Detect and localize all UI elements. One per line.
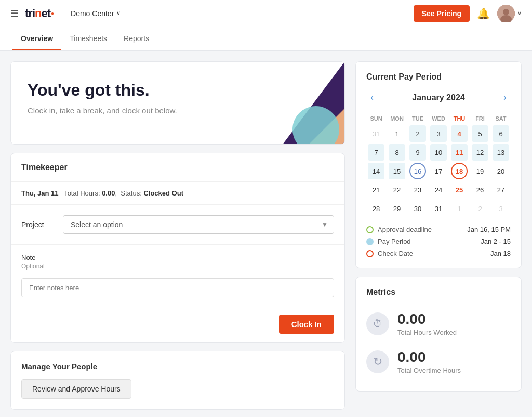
cal-day[interactable]: 17 [430, 163, 447, 179]
cal-day[interactable]: 1 [389, 125, 405, 142]
metric-hours-value: 0.00 [397, 311, 457, 328]
legend-label-pay: Pay Period [378, 238, 411, 245]
note-input[interactable] [21, 278, 334, 297]
legend-check: Check Date Jan 18 [366, 250, 511, 257]
cal-header-sun: SUN [366, 113, 386, 124]
legend-date-check: Jan 18 [490, 250, 511, 257]
legend-date-approval: Jan 16, 15 PM [467, 226, 511, 233]
cal-day[interactable]: 2 [409, 125, 426, 142]
metric-overtime-value: 0.00 [397, 349, 461, 366]
cal-day[interactable]: 20 [493, 163, 509, 179]
timekeeper-status: Thu, Jan 11 Total Hours: 0.00, Status: C… [11, 182, 344, 205]
svg-point-1 [503, 9, 509, 15]
tab-reports[interactable]: Reports [115, 27, 157, 50]
timekeeper-title: Timekeeper [21, 163, 334, 172]
cal-day[interactable]: 31 [368, 125, 384, 142]
cal-day[interactable]: 28 [368, 200, 384, 217]
cal-day[interactable]: 24 [430, 181, 447, 198]
calendar-next-button[interactable]: › [499, 90, 511, 105]
cal-day[interactable]: 1 [451, 200, 468, 217]
cal-day[interactable]: 12 [472, 144, 488, 161]
cal-day[interactable]: 3 [493, 200, 509, 217]
legend-pay: Pay Period Jan 2 - 15 [366, 238, 511, 245]
status-hours-value: 0.00 [102, 189, 115, 197]
cal-day[interactable]: 5 [472, 125, 488, 142]
demo-center-menu[interactable]: Demo Center ∨ [71, 9, 121, 18]
metrics-card: Metrics ⏱ 0.00 Total Hours Worked ↻ 0.00… [355, 277, 522, 392]
see-pricing-button[interactable]: See Pricing [414, 5, 470, 22]
right-panel: Current Pay Period ‹ January 2024 › SUN … [355, 61, 522, 410]
review-approve-button[interactable]: Review and Approve Hours [21, 379, 131, 399]
cal-day[interactable]: 3 [430, 125, 447, 142]
user-avatar-wrapper[interactable]: ∨ [497, 5, 522, 22]
tab-timesheets[interactable]: Timesheets [61, 27, 115, 50]
calendar-grid: SUN MON TUE WED THU FRI SAT 311234567891… [366, 113, 511, 217]
legend-dot-check [366, 250, 374, 257]
hero-card: You've got this. Clock in, take a break,… [10, 61, 345, 145]
metric-overtime-label: Total Overtime Hours [397, 367, 461, 374]
status-hours-label: Total Hours: [64, 189, 100, 197]
demo-center-label: Demo Center [71, 9, 114, 18]
cal-day[interactable]: 23 [409, 181, 426, 198]
bell-icon[interactable]: 🔔 [477, 7, 490, 20]
metrics-title: Metrics [366, 288, 511, 297]
legend-dot-approval [366, 226, 374, 233]
manage-title: Manage Your People [21, 362, 334, 371]
cal-header-wed: WED [429, 113, 448, 124]
cal-day[interactable]: 30 [409, 200, 426, 217]
cal-day[interactable]: 18 [451, 163, 468, 179]
legend-label-check: Check Date [378, 250, 413, 257]
cal-day[interactable]: 6 [493, 125, 509, 142]
cal-day[interactable]: 7 [368, 144, 384, 161]
cal-day[interactable]: 10 [430, 144, 447, 161]
cal-day[interactable]: 11 [451, 144, 468, 161]
cal-header-fri: FRI [470, 113, 490, 124]
cal-day[interactable]: 22 [389, 181, 405, 198]
clock-in-section: Clock In [11, 306, 344, 342]
cal-day[interactable]: 31 [430, 200, 447, 217]
header-right: See Pricing 🔔 ∨ [414, 5, 522, 22]
metric-overtime-data: 0.00 Total Overtime Hours [397, 349, 461, 374]
nav-tabs: Overview Timesheets Reports [0, 27, 532, 51]
cal-day[interactable]: 8 [389, 144, 405, 161]
project-label: Project [21, 220, 52, 229]
metric-hours-label: Total Hours Worked [397, 329, 457, 336]
left-panel: You've got this. Clock in, take a break,… [10, 61, 345, 410]
cal-day[interactable]: 29 [389, 200, 405, 217]
calendar-month: January 2024 [412, 93, 464, 102]
cal-day[interactable]: 19 [472, 163, 488, 179]
cal-day[interactable]: 26 [472, 181, 488, 198]
project-select-wrapper: Select an option ▼ [63, 215, 334, 234]
cal-day[interactable]: 16 [409, 163, 426, 179]
status-day: Thu, Jan 11 [21, 189, 59, 197]
cal-day[interactable]: 27 [493, 181, 509, 198]
calendar-prev-button[interactable]: ‹ [366, 90, 378, 105]
avatar [497, 5, 515, 22]
main-layout: You've got this. Clock in, take a break,… [0, 51, 532, 417]
cal-day[interactable]: 2 [472, 200, 488, 217]
status-value: Clocked Out [143, 189, 183, 197]
note-labels: Note Optional [21, 253, 334, 270]
note-section: Note Optional [11, 245, 344, 306]
menu-icon[interactable]: ☰ [10, 8, 19, 19]
cal-day[interactable]: 21 [368, 181, 384, 198]
cal-day[interactable]: 13 [493, 144, 509, 161]
hero-graphic [241, 62, 344, 145]
cal-day[interactable]: 15 [389, 163, 405, 179]
legend-label-approval: Approval deadline [378, 226, 432, 233]
cal-day[interactable]: 9 [409, 144, 426, 161]
project-select[interactable]: Select an option [63, 215, 334, 234]
cal-day[interactable]: 4 [451, 125, 468, 142]
logo: trinet● [25, 7, 54, 20]
cal-day[interactable]: 25 [451, 181, 468, 198]
cal-header-mon: MON [387, 113, 407, 124]
clock-in-button[interactable]: Clock In [279, 315, 334, 334]
manage-card: Manage Your People Review and Approve Ho… [10, 351, 345, 410]
metric-total-hours: ⏱ 0.00 Total Hours Worked [366, 305, 511, 343]
cal-day[interactable]: 14 [368, 163, 384, 179]
legend-dot-pay [366, 238, 374, 245]
note-label: Note [21, 254, 35, 262]
calendar-legend: Approval deadline Jan 16, 15 PM Pay Peri… [366, 226, 511, 257]
timekeeper-card: Timekeeper Thu, Jan 11 Total Hours: 0.00… [10, 153, 345, 343]
tab-overview[interactable]: Overview [12, 27, 61, 50]
